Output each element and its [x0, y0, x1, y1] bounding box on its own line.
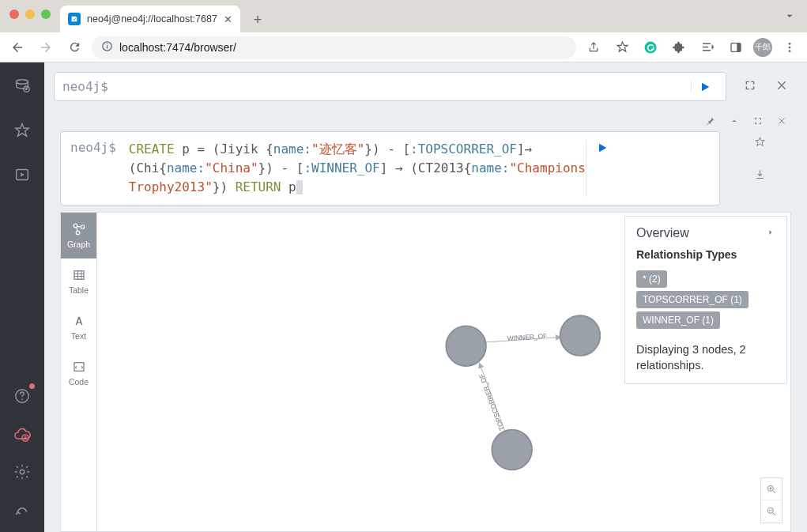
- bookmark-star-icon[interactable]: [611, 36, 633, 58]
- workspace: neo4j$: [44, 62, 807, 532]
- browser-address-bar: localhost:7474/browser/ 千郎: [0, 32, 807, 62]
- frame-star-icon[interactable]: [754, 136, 766, 151]
- profile-avatar[interactable]: 千郎: [753, 38, 772, 57]
- new-tab-button[interactable]: +: [247, 9, 269, 31]
- sidebar-help-icon[interactable]: [13, 387, 32, 406]
- svg-point-6: [789, 43, 791, 45]
- zoom-out-button[interactable]: [761, 500, 782, 523]
- window-close-dot[interactable]: [9, 9, 19, 19]
- relationship-pill[interactable]: TOPSCORRER_OF (1): [636, 291, 749, 308]
- svg-rect-5: [737, 43, 741, 51]
- relationship-pill[interactable]: * (2): [636, 270, 667, 288]
- nav-forward-button[interactable]: [35, 36, 57, 58]
- extensions-icon[interactable]: [668, 36, 690, 58]
- tabs-dropdown-icon[interactable]: [783, 9, 796, 25]
- view-graph-tab[interactable]: Graph: [61, 213, 96, 258]
- svg-point-7: [789, 46, 791, 48]
- svg-point-9: [17, 80, 28, 85]
- nav-reload-button[interactable]: [63, 36, 85, 58]
- zoom-controls: [760, 477, 782, 523]
- query-display[interactable]: neo4j$ CREATE p = (Jiyik {name:"迹忆客"}) -…: [60, 131, 720, 206]
- editor-run-button[interactable]: [691, 81, 718, 93]
- graph-node[interactable]: [492, 430, 532, 470]
- reading-list-icon[interactable]: [696, 36, 718, 58]
- frame-expand-icon[interactable]: [753, 115, 763, 129]
- relationship-pill[interactable]: WINNER_OF (1): [636, 311, 720, 329]
- avatar-text: 千郎: [755, 42, 771, 53]
- tab-close-icon[interactable]: ✕: [224, 13, 232, 25]
- edge-label-winner-of: WINNER_OF: [507, 332, 547, 342]
- editor-fullscreen-icon[interactable]: [744, 79, 756, 95]
- kebab-menu-icon[interactable]: [779, 36, 801, 58]
- graph-node[interactable]: [446, 326, 486, 366]
- overview-title: Overview: [636, 226, 689, 240]
- svg-point-17: [81, 225, 85, 229]
- tab-title: neo4j@neo4j://localhost:7687: [87, 13, 217, 25]
- frame-close-icon[interactable]: [777, 115, 786, 129]
- svg-point-13: [21, 398, 23, 400]
- graph-icon: [72, 222, 86, 236]
- graph-canvas[interactable]: WINNER_OF TOPSCORRER_OF Overview: [96, 212, 791, 532]
- view-label: Text: [71, 331, 86, 341]
- result-frame: neo4j$ CREATE p = (Jiyik {name:"迹忆客"}) -…: [54, 112, 798, 532]
- zoom-in-button[interactable]: [761, 478, 782, 500]
- frame-collapse-icon[interactable]: [730, 115, 739, 129]
- sidebar-rail: [0, 62, 44, 532]
- sidebar-favorites-icon[interactable]: [13, 121, 32, 140]
- sidebar-cloud-icon[interactable]: [13, 424, 32, 443]
- url-text: localhost:7474/browser/: [119, 41, 236, 54]
- window-traffic-lights: [9, 9, 51, 19]
- sidebar-settings-icon[interactable]: [13, 462, 32, 481]
- share-icon[interactable]: [583, 36, 605, 58]
- window-maximize-dot[interactable]: [41, 9, 51, 19]
- svg-rect-2: [107, 43, 107, 43]
- sidebar-database-icon[interactable]: [13, 77, 32, 96]
- overview-panel: Overview Relationship Types * (2)TOPSCOR…: [624, 216, 787, 384]
- window-minimize-dot[interactable]: [25, 9, 35, 19]
- frame-download-icon[interactable]: [754, 168, 766, 183]
- neo4j-browser-page: neo4j$: [0, 62, 807, 532]
- command-editor-row: neo4j$: [54, 72, 798, 101]
- graph-node[interactable]: [560, 315, 601, 356]
- svg-rect-1: [107, 45, 107, 48]
- site-info-icon[interactable]: [101, 40, 113, 55]
- browser-tab[interactable]: neo4j@neo4j://localhost:7687 ✕: [60, 6, 240, 32]
- omnibox[interactable]: localhost:7474/browser/: [92, 36, 576, 58]
- view-code-tab[interactable]: Code: [61, 350, 96, 396]
- svg-point-15: [20, 470, 25, 474]
- sidebar-about-icon[interactable]: [13, 500, 32, 519]
- view-label: Table: [69, 285, 89, 295]
- query-prompt: neo4j$: [70, 140, 116, 197]
- editor-close-icon[interactable]: [775, 79, 788, 95]
- sidebar-guides-icon[interactable]: [13, 165, 32, 184]
- text-icon: [72, 314, 86, 328]
- tab-favicon: [68, 13, 81, 25]
- view-label: Code: [69, 377, 89, 387]
- browser-tab-bar: neo4j@neo4j://localhost:7687 ✕ +: [0, 0, 807, 32]
- svg-point-8: [789, 50, 791, 52]
- view-mode-rail: Graph Table Text Code: [60, 212, 96, 532]
- code-icon: [72, 360, 86, 374]
- edge-label-topscorrer-of: TOPSCORRER_OF: [477, 373, 506, 432]
- svg-rect-19: [74, 271, 84, 280]
- overview-subtitle: Relationship Types: [636, 248, 775, 261]
- notification-dot: [29, 383, 35, 389]
- editor-prompt: neo4j$: [62, 79, 108, 94]
- query-run-button[interactable]: [586, 140, 619, 197]
- command-editor[interactable]: neo4j$: [54, 72, 726, 101]
- overview-chevron-icon[interactable]: [766, 226, 775, 240]
- grammarly-icon[interactable]: [639, 36, 662, 58]
- side-panel-icon[interactable]: [725, 36, 747, 58]
- svg-point-3: [645, 41, 657, 53]
- svg-point-18: [76, 231, 80, 235]
- nav-back-button[interactable]: [6, 36, 28, 58]
- view-label: Graph: [67, 240, 90, 249]
- table-icon: [72, 268, 86, 282]
- overview-footer: Displaying 3 nodes, 2 relationships.: [636, 341, 775, 374]
- frame-pin-icon[interactable]: [706, 115, 715, 129]
- query-code: CREATE p = (Jiyik {name:"迹忆客"}) - [:TOPS…: [129, 140, 586, 197]
- view-table-tab[interactable]: Table: [61, 258, 96, 304]
- view-text-tab[interactable]: Text: [61, 304, 96, 350]
